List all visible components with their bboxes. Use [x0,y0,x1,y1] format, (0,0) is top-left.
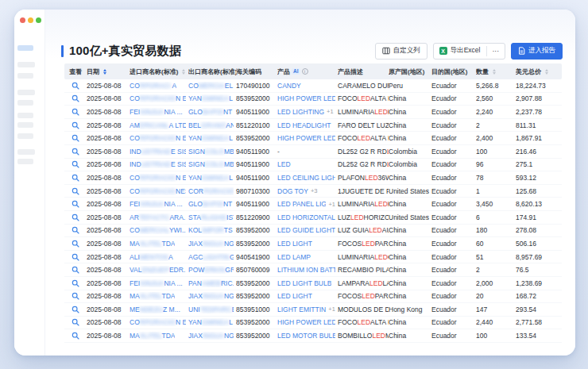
exporter-name-link[interactable]: SIGNCOLOMB... [188,148,234,156]
exporter-name-link[interactable]: STARLIGHDIST... [188,213,234,221]
product-link[interactable]: LED LIGHTING [277,108,324,116]
importer-name-link[interactable]: FEIXINJUANIA ... [130,200,183,208]
view-row-button[interactable] [72,82,79,90]
product-link[interactable]: LED LIGHT [277,240,312,248]
product-link[interactable]: LED LIGHT [277,292,312,300]
exporter-name-link[interactable]: AGCLIGHTING C... [188,253,234,261]
importer-name-link[interactable]: INDUSTRIADE SIS... [130,160,186,168]
sidebar-item-active[interactable] [17,45,33,51]
exporter-name-link[interactable]: CORPORACIONES... [188,187,234,195]
view-row-button[interactable] [72,148,79,156]
column-header-11[interactable]: 美元总价 [516,63,562,79]
exporter-name-link[interactable]: COMERCIAEL ... [188,82,234,90]
product-link[interactable]: DOG TOY [277,187,308,195]
importer-name-link[interactable]: AMERICANLA LTDA [130,121,186,129]
view-row-button[interactable] [72,121,79,129]
sidebar-item-placeholder[interactable] [17,90,35,95]
importer-name-link[interactable]: COMERCIALYWI... [130,226,186,234]
view-row-button[interactable] [72,332,79,340]
view-row-button[interactable] [72,108,79,116]
exporter-name-link[interactable]: POWERKINGR... [188,266,234,274]
product-link[interactable]: LED HORIZONTAL L [277,213,335,221]
minimize-window-button[interactable] [28,17,33,23]
product-link[interactable]: LIGHT EMITTIN [277,306,326,313]
importer-name-link[interactable]: FEIXINJUANIA ... [130,108,183,116]
product-more-count[interactable]: +3 [311,187,318,194]
product-more-count[interactable]: +1 [328,201,335,208]
exporter-name-link[interactable]: PANAMEBRIC... [188,279,234,287]
sidebar-item-placeholder[interactable] [17,113,33,118]
sort-icon[interactable] [545,69,548,75]
product-link[interactable]: LITHIUM ION BATTE [277,266,335,274]
column-header-10[interactable]: 数量 [476,63,516,79]
customize-columns-button[interactable]: 自定义列 [375,43,427,60]
sort-icon[interactable] [103,69,106,75]
sidebar-item-placeholder[interactable] [17,149,35,155]
exporter-name-link[interactable]: YANGMINGAL LI... [188,134,234,142]
column-header-3[interactable]: 进口商名称(标准) [130,63,188,79]
view-row-button[interactable] [72,266,79,274]
sidebar-item-placeholder[interactable] [17,100,33,106]
product-link[interactable]: LED LIGHT BULB [277,279,331,287]
product-link[interactable]: LED CEILING LIGHT [277,174,335,182]
product-link[interactable]: LED HEADLIGHT [277,121,331,129]
exporter-name-link[interactable]: KOLIMPORTS [188,226,233,234]
product-link[interactable]: HIGH POWER LED F [277,94,335,102]
view-row-button[interactable] [72,160,79,168]
exporter-name-link[interactable]: GLOBAPOINT ... [188,200,234,208]
importer-name-link[interactable]: FEIXINJUANIA ... [130,279,183,287]
importer-name-link[interactable]: CORPORACI A [130,82,176,90]
exporter-name-link[interactable]: JIAXINGUANGT... [188,332,234,340]
sidebar-item-placeholder[interactable] [17,122,33,128]
importer-name-link[interactable]: CORPORACIONES... [130,187,186,195]
importer-name-link[interactable]: MAXLITELTDA [130,332,175,340]
exporter-name-link[interactable]: YANGMINGAL LI... [188,318,234,326]
sidebar-item-placeholder[interactable] [17,73,33,79]
importer-name-link[interactable]: INDUSTRIADE SIS... [130,148,186,156]
exporter-name-link[interactable]: BELGRANOAND... [188,121,234,129]
product-link[interactable]: LED LAMP [277,253,311,261]
view-row-button[interactable] [72,240,79,248]
product-link[interactable]: HIGH POWER LED F [277,134,335,142]
sort-icon[interactable] [182,69,185,75]
view-row-button[interactable] [72,306,79,313]
view-row-button[interactable] [72,213,79,221]
product-link[interactable]: CANDY [277,82,301,90]
importer-name-link[interactable]: CORPORACION E... [130,134,186,142]
view-row-button[interactable] [72,253,79,261]
sidebar-item-placeholder[interactable] [17,62,35,67]
importer-name-link[interactable]: CORPORACION E... [130,94,186,102]
sidebar-item-placeholder[interactable] [17,159,33,164]
export-excel-button[interactable]: X 导出Excel [434,44,486,59]
enter-report-button[interactable]: 进入报告 [511,43,563,60]
importer-name-link[interactable]: MENDEZUZ M... [130,306,180,313]
product-link[interactable]: LED MOTOR BULB [277,332,335,340]
column-header-2[interactable]: 日期 [87,63,130,79]
importer-name-link[interactable]: CORPORACION E... [130,174,186,182]
importer-name-link[interactable]: ALIMENTOSA [130,253,173,261]
importer-name-link[interactable]: MAXLITELTDA [130,292,175,300]
close-window-button[interactable] [20,17,25,23]
exporter-name-link[interactable]: JIAXINGUANGT... [188,240,234,248]
view-row-button[interactable] [72,174,79,182]
exporter-name-link[interactable]: GLOBAPOINT ... [188,108,234,116]
exporter-name-link[interactable]: SIGNCOLOMB... [188,160,234,168]
product-link[interactable]: HIGH POWER LED F [277,318,335,326]
importer-name-link[interactable]: CORPORACION E... [130,318,186,326]
sort-icon[interactable] [493,69,496,75]
view-row-button[interactable] [72,292,79,300]
exporter-name-link[interactable]: YANGMINGAL LI... [188,94,234,102]
view-row-button[interactable] [72,200,79,208]
view-row-button[interactable] [72,226,79,234]
info-icon[interactable]: i [302,68,308,75]
exporter-name-link[interactable]: YANGMINGAL LI... [188,174,234,182]
importer-name-link[interactable]: ARTEFACTCARA... [130,213,186,221]
column-header-4[interactable]: 出口商名称(标准) [188,63,236,79]
exporter-name-link[interactable]: UNITEDPARCEL ... [188,306,234,313]
view-row-button[interactable] [72,279,79,287]
view-row-button[interactable] [72,134,79,142]
product-more-count[interactable]: +1 [327,108,334,115]
product-more-count[interactable]: +1 [328,306,335,313]
view-row-button[interactable] [72,187,79,195]
product-link[interactable]: LED [277,160,291,168]
